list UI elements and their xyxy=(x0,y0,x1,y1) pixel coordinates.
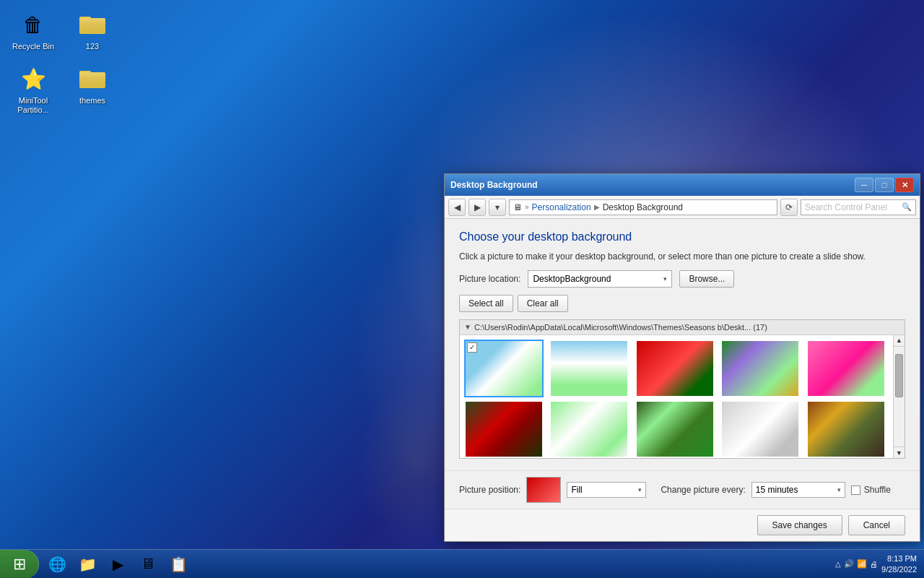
position-value: Fill xyxy=(571,485,582,495)
dialog-footer: Save changes Cancel xyxy=(445,509,920,541)
tray-volume-icon[interactable]: 🔊 xyxy=(844,559,854,569)
minimize-button[interactable]: ─ xyxy=(855,178,873,192)
scroll-up-arrow[interactable]: ▲ xyxy=(894,335,905,347)
address-bar: ◀ ▶ ▾ 🖥 » Personalization ▶ Desktop Back… xyxy=(445,196,920,219)
image-cell-10[interactable] xyxy=(806,400,886,458)
folder-collapse-icon[interactable]: ▼ xyxy=(464,323,471,331)
svg-rect-5 xyxy=(79,72,105,88)
position-preview xyxy=(526,477,561,503)
shuffle-label: Shuffle xyxy=(864,485,891,495)
scrollbar-thumb[interactable] xyxy=(895,354,903,397)
page-subtitle: Click a picture to make it your desktop … xyxy=(459,251,905,263)
change-every-value: 15 minutes xyxy=(756,485,798,495)
title-bar-controls: ─ □ ✕ xyxy=(855,178,914,192)
save-changes-button[interactable]: Save changes xyxy=(757,515,842,535)
image-thumbnail-6 xyxy=(466,402,542,457)
clock-time: 8:13 PM xyxy=(881,553,917,564)
clock-date: 9/28/2022 xyxy=(881,564,917,574)
dropdown-arrow-icon: ▾ xyxy=(663,275,667,282)
back-button[interactable]: ◀ xyxy=(448,199,466,216)
browse-button[interactable]: Browse... xyxy=(679,270,734,288)
image-cell-7[interactable] xyxy=(549,400,629,458)
folder-123-icon[interactable]: 123 xyxy=(66,7,118,54)
image-thumbnail-5 xyxy=(808,341,884,396)
breadcrumb-personalization[interactable]: Personalization xyxy=(532,202,591,212)
taskbar: ⊞ 🌐 📁 ▶ 🖥 📋 △ 🔊 📶 🖨 8:13 PM 9/28/2022 xyxy=(0,549,924,578)
recent-pages-button[interactable]: ▾ xyxy=(489,199,506,216)
window-title: Desktop Background xyxy=(450,180,855,190)
taskbar-clipboard[interactable]: 📋 xyxy=(164,552,193,577)
image-cell-9[interactable] xyxy=(720,400,800,458)
search-box[interactable]: Search Control Panel 🔍 xyxy=(801,199,916,215)
grid-scrollbar: ▲ ▼ xyxy=(893,335,905,458)
picture-location-dropdown[interactable]: DesktopBackground ▾ xyxy=(528,270,672,288)
themes-image xyxy=(78,64,107,93)
folder-path-row: ▼ C:\Users\Rodin\AppData\Local\Microsoft… xyxy=(460,320,905,335)
change-every-dropdown[interactable]: 15 minutes ▾ xyxy=(751,482,845,498)
scrollbar-track xyxy=(894,347,905,447)
folder-path: C:\Users\Rodin\AppData\Local\Microsoft\W… xyxy=(474,323,767,332)
clear-all-button[interactable]: Clear all xyxy=(518,295,568,312)
minitool-icon[interactable]: ⭐ MiniToolPartitio... xyxy=(7,61,59,118)
taskbar-display[interactable]: 🖥 xyxy=(134,552,162,577)
image-cell-3[interactable] xyxy=(635,340,715,397)
tray-network-icon[interactable]: 📶 xyxy=(857,559,867,569)
image-cell-6[interactable] xyxy=(464,400,544,458)
recycle-bin-icon[interactable]: 🗑 Recycle Bin xyxy=(7,7,59,54)
image-grid-container: ▼ C:\Users\Rodin\AppData\Local\Microsoft… xyxy=(459,319,905,459)
recycle-bin-label: Recycle Bin xyxy=(12,42,54,51)
minitool-image: ⭐ xyxy=(19,64,48,93)
image-cell-5[interactable] xyxy=(806,340,886,397)
folder-123-image xyxy=(78,10,107,39)
refresh-button[interactable]: ⟳ xyxy=(780,199,798,216)
image-thumbnail-8 xyxy=(637,402,713,457)
shuffle-checkbox[interactable] xyxy=(851,486,860,495)
image-cell-8[interactable] xyxy=(635,400,715,458)
position-dropdown-arrow: ▾ xyxy=(638,486,642,493)
themes-icon[interactable]: themes xyxy=(66,61,118,118)
start-button[interactable]: ⊞ xyxy=(0,550,39,579)
image-thumbnail-4 xyxy=(722,341,798,396)
select-all-button[interactable]: Select all xyxy=(459,295,513,312)
picture-location-row: Picture location: DesktopBackground ▾ Br… xyxy=(459,270,905,288)
image-cell-4[interactable] xyxy=(720,340,800,397)
system-clock[interactable]: 8:13 PM 9/28/2022 xyxy=(881,553,917,574)
image-thumbnail-3 xyxy=(637,341,713,396)
taskbar-items: 🌐 📁 ▶ 🖥 📋 xyxy=(39,552,828,577)
checkbox-1: ✓ xyxy=(467,342,477,353)
tray-arrow[interactable]: △ xyxy=(835,560,841,568)
bottom-controls: Picture position: Fill ▾ Change picture … xyxy=(445,470,920,509)
change-every-label: Change picture every: xyxy=(661,485,745,495)
scroll-down-arrow[interactable]: ▼ xyxy=(894,447,905,458)
tray-print-icon[interactable]: 🖨 xyxy=(870,560,878,569)
recycle-bin-image: 🗑 xyxy=(19,10,48,39)
position-dropdown[interactable]: Fill ▾ xyxy=(567,482,646,498)
taskbar-explorer[interactable]: 📁 xyxy=(73,552,102,577)
desktop-background-dialog: Desktop Background ─ □ ✕ ◀ ▶ ▾ 🖥 » Perso… xyxy=(444,173,920,542)
image-grid: ✓ xyxy=(460,335,893,458)
forward-button[interactable]: ▶ xyxy=(468,199,486,216)
taskbar-right: △ 🔊 📶 🖨 8:13 PM 9/28/2022 xyxy=(828,553,924,574)
picture-position-control: Picture position: Fill ▾ xyxy=(459,477,646,503)
desktop: 🗑 Recycle Bin xyxy=(0,0,924,578)
image-thumbnail-2 xyxy=(551,341,627,396)
image-cell-2[interactable] xyxy=(549,340,629,397)
maximize-button[interactable]: □ xyxy=(875,178,894,192)
time-dropdown-arrow: ▾ xyxy=(837,486,841,493)
cancel-button[interactable]: Cancel xyxy=(848,515,905,535)
themes-label: themes xyxy=(79,96,105,105)
desktop-icon-area: 🗑 Recycle Bin xyxy=(7,7,118,118)
picture-location-label: Picture location: xyxy=(459,274,520,284)
image-cell-1[interactable]: ✓ xyxy=(464,340,544,397)
search-text: Search Control Panel xyxy=(805,202,887,212)
taskbar-ie[interactable]: 🌐 xyxy=(43,552,71,577)
picture-location-value: DesktopBackground xyxy=(533,274,611,284)
shuffle-row: Shuffle xyxy=(851,485,891,495)
content-area: Choose your desktop background Click a p… xyxy=(445,219,920,470)
change-every-control: Change picture every: 15 minutes ▾ Shuff… xyxy=(661,482,905,498)
close-button[interactable]: ✕ xyxy=(895,178,914,192)
image-thumbnail-7 xyxy=(551,402,627,457)
image-thumbnail-10 xyxy=(808,402,884,457)
folder-123-label: 123 xyxy=(86,42,99,51)
taskbar-media[interactable]: ▶ xyxy=(103,552,132,577)
